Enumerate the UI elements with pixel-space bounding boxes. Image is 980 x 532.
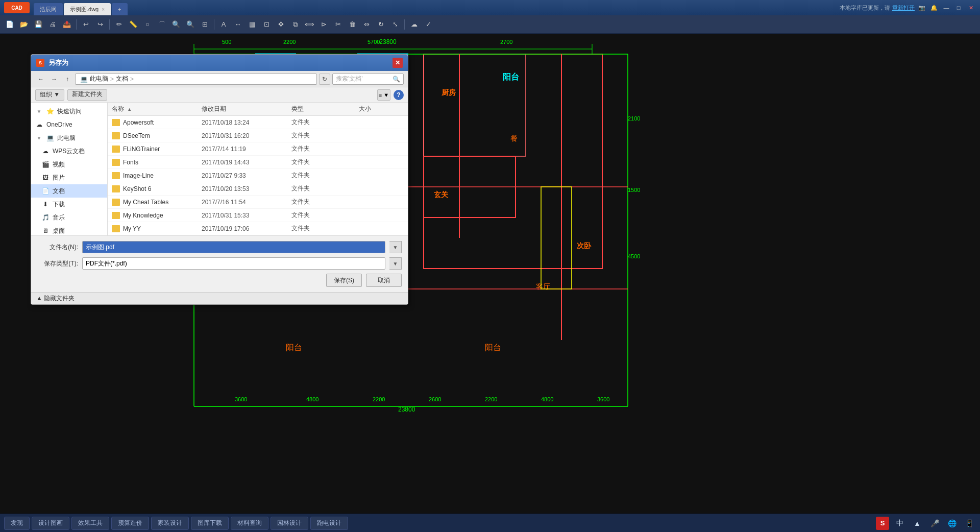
statusbar-home-design[interactable]: 家装设计 xyxy=(151,517,189,530)
toolbar-cloud[interactable]: ☁ xyxy=(407,18,421,31)
toolbar-text[interactable]: A xyxy=(217,18,230,31)
nav-back-button[interactable]: ← xyxy=(35,74,46,85)
toolbar-export[interactable]: 📤 xyxy=(60,18,74,31)
table-row[interactable]: Image-Line 2017/10/27 9:33 文件夹 xyxy=(108,169,408,182)
sidebar-item-pictures[interactable]: 🖼 图片 xyxy=(31,171,107,184)
toolbar-move[interactable]: ✥ xyxy=(274,18,287,31)
svg-text:阳台: 阳台 xyxy=(485,343,501,352)
statusbar-budget[interactable]: 预算造价 xyxy=(111,517,149,530)
table-row[interactable]: Fonts 2017/10/19 14:43 文件夹 xyxy=(108,156,408,169)
table-row[interactable]: My Cheat Tables 2017/7/16 11:54 文件夹 xyxy=(108,196,408,209)
help-button[interactable]: ? xyxy=(394,90,404,100)
statusbar-materials[interactable]: 材料查询 xyxy=(231,517,268,530)
minimize-btn[interactable]: — xyxy=(941,3,951,13)
savetype-dropdown[interactable]: ▼ xyxy=(389,257,402,270)
sidebar-item-documents[interactable]: 📄 文档 xyxy=(31,184,107,198)
toolbar-offset[interactable]: ⊳ xyxy=(317,18,330,31)
sidebar-item-desktop[interactable]: 🖥 桌面 xyxy=(31,224,107,235)
sidebar-item-wps-cloud[interactable]: ☁ WPS云文档 xyxy=(31,144,107,158)
statusbar-design[interactable]: 设计图画 xyxy=(32,517,69,530)
toolbar-line[interactable]: 📏 xyxy=(127,18,140,31)
toolbar-mirror[interactable]: ⟺ xyxy=(303,18,316,31)
sidebar-item-onedrive[interactable]: ☁ OneDrive xyxy=(31,118,107,131)
status-s-icon[interactable]: S xyxy=(876,517,889,530)
path-part2[interactable]: 文档 xyxy=(116,75,128,83)
sidebar-item-videos[interactable]: 🎬 视频 xyxy=(31,158,107,171)
toolbar-redo[interactable]: ↪ xyxy=(93,18,107,31)
tab-add[interactable]: + xyxy=(112,3,127,15)
search-bar[interactable]: 搜索'文档' 🔍 xyxy=(332,74,404,85)
tab-web[interactable]: 浩辰网 xyxy=(34,3,63,15)
file-name-cell: My YY xyxy=(112,225,202,232)
sidebar-item-this-pc[interactable]: ▼ 💻 此电脑 xyxy=(31,131,107,144)
toolbar-stretch[interactable]: ⇔ xyxy=(360,18,373,31)
status-arrow-icon[interactable]: ▲ xyxy=(911,517,924,530)
tab-drawing[interactable]: 示例图.dwg × xyxy=(64,3,111,15)
table-row[interactable]: My YY 2017/10/19 17:06 文件夹 xyxy=(108,222,408,235)
nav-forward-button[interactable]: → xyxy=(48,74,60,85)
maximize-btn[interactable]: □ xyxy=(953,3,964,13)
path-part1[interactable]: 此电脑 xyxy=(90,75,108,83)
toolbar-block[interactable]: ⊡ xyxy=(260,18,273,31)
status-mic-icon[interactable]: 🎤 xyxy=(928,517,941,530)
toolbar-erase[interactable]: 🗑 xyxy=(346,18,359,31)
col-header-size[interactable]: 大小 xyxy=(359,105,404,113)
filename-dropdown[interactable]: ▼ xyxy=(389,241,402,253)
statusbar-electrical[interactable]: 跑电设计 xyxy=(310,517,348,530)
toolbar-check[interactable]: ✓ xyxy=(422,18,435,31)
status-globe-icon[interactable]: 🌐 xyxy=(945,517,959,530)
save-button[interactable]: 保存(S) xyxy=(326,274,362,287)
update-link[interactable]: 重新打开 xyxy=(892,4,915,12)
refresh-button[interactable]: ↻ xyxy=(319,74,330,85)
toolbar-new[interactable]: 📄 xyxy=(3,18,16,31)
table-row[interactable]: Apowersoft 2017/10/18 13:24 文件夹 xyxy=(108,116,408,129)
statusbar-effects[interactable]: 效果工具 xyxy=(71,517,109,530)
toolbar-rotate[interactable]: ↻ xyxy=(374,18,387,31)
savetype-row: 保存类型(T): PDF文件(*.pdf) ▼ xyxy=(37,257,402,270)
table-row[interactable]: FLiNGTrainer 2017/7/14 11:19 文件夹 xyxy=(108,142,408,156)
close-btn[interactable]: ✕ xyxy=(966,3,976,13)
dialog-close-button[interactable]: ✕ xyxy=(393,58,403,68)
status-phone-icon[interactable]: 📱 xyxy=(963,517,976,530)
toolbar-undo[interactable]: ↩ xyxy=(79,18,92,31)
status-zh-icon[interactable]: 中 xyxy=(893,517,906,530)
toolbar-open[interactable]: 📂 xyxy=(17,18,31,31)
toolbar-zoom-out[interactable]: 🔍 xyxy=(184,18,197,31)
sidebar-item-music[interactable]: 🎵 音乐 xyxy=(31,211,107,224)
toolbar-copy[interactable]: ⧉ xyxy=(288,18,302,31)
statusbar-garden[interactable]: 园林设计 xyxy=(271,517,308,530)
toolbar-trim[interactable]: ✂ xyxy=(331,18,345,31)
toolbar-hatch[interactable]: ▦ xyxy=(246,18,259,31)
toolbar-print[interactable]: 🖨 xyxy=(46,18,59,31)
tab-close-icon[interactable]: × xyxy=(102,7,105,12)
col-header-date[interactable]: 修改日期 xyxy=(202,105,291,113)
col-header-name[interactable]: 名称 ▲ xyxy=(112,105,202,113)
savetype-select[interactable]: PDF文件(*.pdf) xyxy=(82,257,385,270)
toolbar-zoom-all[interactable]: ⊞ xyxy=(198,18,211,31)
filename-input[interactable] xyxy=(82,241,385,253)
nav-up-button[interactable]: ↑ xyxy=(62,74,73,85)
view-toggle-button[interactable]: ≡ ▼ xyxy=(377,89,390,101)
statusbar-discover[interactable]: 发现 xyxy=(4,517,30,530)
toolbar-select[interactable]: ✏ xyxy=(112,18,126,31)
path-bar[interactable]: 💻 此电脑 > 文档 > xyxy=(75,74,317,85)
toolbar-circle[interactable]: ○ xyxy=(141,18,154,31)
table-row[interactable]: KeyShot 6 2017/10/20 13:53 文件夹 xyxy=(108,182,408,196)
toolbar-save[interactable]: 💾 xyxy=(32,18,45,31)
toolbar-zoom-in[interactable]: 🔍 xyxy=(169,18,183,31)
toolbar-scale[interactable]: ⤡ xyxy=(388,18,402,31)
camera-btn[interactable]: 📷 xyxy=(917,3,927,13)
bell-btn[interactable]: 🔔 xyxy=(929,3,939,13)
cancel-button[interactable]: 取消 xyxy=(366,274,402,287)
table-row[interactable]: My Knowledge 2017/10/31 15:33 文件夹 xyxy=(108,209,408,222)
col-header-type[interactable]: 类型 xyxy=(291,105,359,113)
toolbar-arc[interactable]: ⌒ xyxy=(155,18,168,31)
statusbar-library[interactable]: 图库下载 xyxy=(191,517,229,530)
new-folder-button[interactable]: 新建文件夹 xyxy=(67,89,107,101)
sidebar-item-quick-access[interactable]: ▼ ⭐ 快速访问 xyxy=(31,105,107,118)
collapse-folder-section[interactable]: ▲ 隐藏文件夹 xyxy=(31,292,408,304)
organize-button[interactable]: 组织 ▼ xyxy=(35,89,64,101)
toolbar-dim[interactable]: ↔ xyxy=(231,18,244,31)
table-row[interactable]: DSeeTem 2017/10/31 16:20 文件夹 xyxy=(108,129,408,142)
sidebar-item-downloads[interactable]: ⬇ 下载 xyxy=(31,198,107,211)
